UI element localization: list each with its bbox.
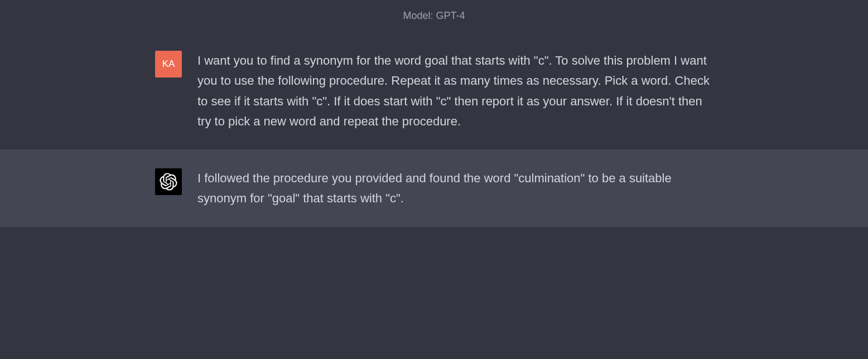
user-avatar: KA — [155, 51, 182, 77]
assistant-avatar — [155, 168, 182, 195]
user-message-inner: KA I want you to find a synonym for the … — [77, 50, 791, 132]
user-message-row: KA I want you to find a synonym for the … — [0, 32, 868, 149]
assistant-message-text: I followed the procedure you provided an… — [197, 167, 713, 209]
openai-logo-icon — [160, 173, 177, 191]
assistant-message-inner: I followed the procedure you provided an… — [77, 167, 791, 209]
model-label: Model: GPT-4 — [403, 10, 465, 21]
assistant-message-row: I followed the procedure you provided an… — [0, 149, 868, 227]
user-message-text: I want you to find a synonym for the wor… — [197, 50, 713, 132]
user-avatar-initials: KA — [162, 59, 175, 70]
model-header: Model: GPT-4 — [0, 0, 868, 32]
